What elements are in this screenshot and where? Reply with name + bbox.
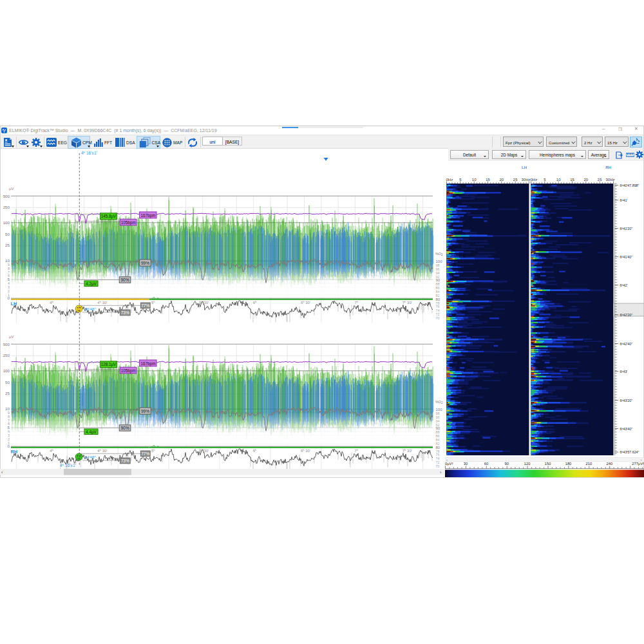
svg-text:90%: 90% [120, 278, 129, 282]
svg-text:30: 30 [464, 462, 468, 466]
svg-text:10: 10 [472, 178, 477, 182]
svg-text:4ʰ 16′±1′: 4ʰ 16′±1′ [81, 151, 98, 155]
svg-text:6ʰ41′20″: 6ʰ41′20″ [620, 227, 633, 231]
svg-text:6ʰ40′47.898″: 6ʰ40′47.898″ [620, 184, 639, 187]
svg-text:6ʰ43′: 6ʰ43′ [620, 370, 628, 374]
svg-text:30Hz: 30Hz [605, 178, 614, 182]
svg-text:145.8µV: 145.8µV [101, 214, 117, 219]
svg-text:10: 10 [556, 178, 561, 182]
svg-text:6ʰ42′20″: 6ʰ42′20″ [620, 313, 633, 317]
svg-text:180: 180 [565, 462, 572, 466]
svg-text:25: 25 [513, 178, 518, 182]
svg-text:RH: RH [11, 449, 17, 455]
svg-text:6ʰ43′57.624″: 6ʰ43′57.624″ [620, 450, 639, 454]
svg-text:6ʰ42′40″: 6ʰ42′40″ [620, 342, 633, 346]
svg-text:167bpm: 167bpm [140, 361, 155, 366]
svg-text:20: 20 [583, 178, 588, 182]
svg-text:RH: RH [605, 166, 611, 169]
svg-text:‹: ‹ [446, 458, 448, 462]
svg-text:277µV²: 277µV² [632, 462, 644, 466]
svg-text:LH: LH [522, 166, 527, 169]
svg-text:105bpm: 105bpm [121, 368, 136, 374]
svg-text:0Hz: 0Hz [446, 178, 453, 182]
svg-text:4.2µV: 4.2µV [86, 281, 97, 287]
svg-text:99%: 99% [141, 409, 149, 413]
svg-text:128.1µV: 128.1µV [101, 362, 117, 367]
svg-text:15: 15 [570, 178, 574, 182]
svg-text:73%: 73% [121, 310, 129, 315]
svg-text:120: 120 [524, 462, 531, 466]
svg-text:77%: 77% [141, 303, 149, 308]
svg-text:90%: 90% [120, 426, 129, 430]
svg-text:14′48″: 14′48″ [85, 455, 97, 459]
svg-text:150: 150 [545, 462, 551, 466]
svg-text:105bpm: 105bpm [121, 220, 136, 225]
svg-text:6ʰ41′: 6ʰ41′ [620, 198, 628, 202]
svg-text:25: 25 [598, 178, 602, 182]
svg-text:210: 210 [586, 462, 592, 466]
svg-text:0µV²: 0µV² [445, 462, 453, 466]
svg-text:LH: LH [11, 301, 17, 307]
svg-text:90: 90 [505, 462, 509, 466]
svg-text:30Hz: 30Hz [521, 178, 530, 182]
svg-text:77%: 77% [141, 451, 149, 456]
svg-text:6ʰ42′: 6ʰ42′ [620, 283, 628, 287]
svg-text:6ʰ41′40″: 6ʰ41′40″ [620, 255, 633, 259]
svg-text:5: 5 [459, 178, 462, 182]
svg-text:4.4µV: 4.4µV [86, 430, 97, 435]
svg-text:5: 5 [544, 178, 546, 182]
svg-text:20: 20 [499, 178, 504, 182]
svg-text:0Hz: 0Hz [531, 178, 538, 182]
svg-text:167bpm: 167bpm [140, 213, 155, 218]
svg-text:99%: 99% [141, 261, 149, 265]
svg-text:240: 240 [606, 462, 612, 466]
svg-text:15: 15 [486, 178, 490, 182]
svg-text:26′48″: 26′48″ [85, 307, 97, 311]
svg-text:6ʰ43′20″: 6ʰ43′20″ [620, 399, 633, 402]
svg-text:6ʰ43′40″: 6ʰ43′40″ [620, 427, 633, 431]
svg-text:4ʰ 16′±1′: 4ʰ 16′±1′ [60, 463, 77, 468]
svg-text:›: › [641, 458, 642, 462]
svg-text:73%: 73% [121, 459, 129, 463]
svg-text:60: 60 [484, 462, 488, 466]
